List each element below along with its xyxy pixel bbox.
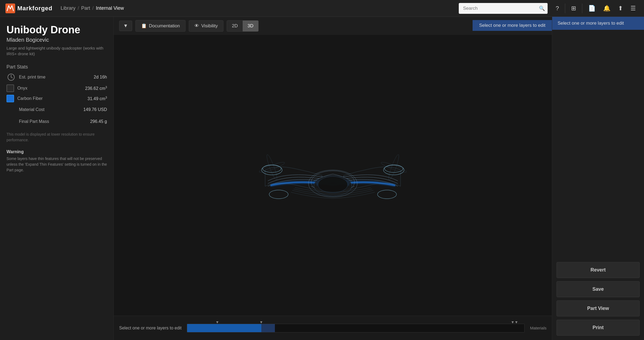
menu-button[interactable]: ☰ (628, 3, 639, 14)
part-description: Large and lightweight unibody quadcopter… (6, 45, 107, 57)
nav-icons: ? ⊞ 📄 🔔 ⬆ ☰ (553, 3, 639, 14)
stat-row-final-mass: Final Part Mass 296.45 g (6, 117, 107, 126)
visibility-label: Visibility (201, 23, 218, 29)
print-time-value: 2d 16h (94, 75, 107, 80)
svg-point-9 (378, 190, 396, 199)
final-mass-spacer (6, 117, 16, 126)
onyx-value: 236.62 cm3 (85, 86, 107, 91)
eye-icon: 👁 (194, 23, 199, 29)
bottom-layer-bar: Select one or more layers to edit ▼ ▼ ▼▼… (114, 316, 552, 340)
breadcrumb-internal-view: Internal View (96, 5, 124, 11)
timeline-fill-blue (187, 324, 261, 332)
right-panel: Select one or more layers to edit Revert… (552, 17, 644, 340)
timeline-track[interactable] (187, 324, 525, 332)
bell-button[interactable]: 🔔 (600, 3, 613, 14)
print-button[interactable]: Print (557, 320, 640, 336)
svg-point-13 (318, 176, 348, 193)
stat-row-onyx: Onyx 236.62 cm3 (6, 84, 107, 92)
material-cost-spacer (6, 105, 16, 114)
top-navigation: Markforged Library / Part / Internal Vie… (0, 0, 644, 17)
search-container: 🔍 (459, 3, 548, 14)
search-icon: 🔍 (539, 5, 545, 11)
onyx-label: Onyx (17, 86, 82, 91)
stat-row-print-time: Est. print time 2d 16h (6, 73, 107, 82)
materials-label: Materials (530, 326, 547, 330)
viewport-3d[interactable] (114, 35, 552, 316)
material-cost-label: Material Cost (19, 107, 80, 112)
back-arrow-icon: ▼ (123, 23, 128, 29)
svg-point-8 (269, 190, 288, 199)
carbon-label: Carbon Fiber (17, 96, 84, 101)
final-mass-value: 296.45 g (90, 119, 107, 124)
carbon-swatch (6, 95, 14, 102)
center-viewport: ▼ 📋 Documentation 👁 Visibility 2D 3D Sel… (114, 17, 552, 340)
clock-icon (6, 73, 16, 82)
visibility-button[interactable]: 👁 Visibility (189, 20, 223, 32)
view-3d-button[interactable]: 3D (243, 21, 258, 31)
docs-button[interactable]: 📄 (586, 3, 598, 14)
help-icon: ? (556, 5, 559, 12)
view-toggle: 2D 3D (227, 20, 258, 32)
part-view-button[interactable]: Part View (557, 300, 640, 316)
stats-section-title: Part Stats (6, 64, 107, 70)
breadcrumb-sep1: / (78, 5, 79, 11)
nav-divider-2 (582, 4, 582, 13)
carbon-value: 31.49 cm3 (87, 96, 107, 101)
right-spacer (552, 30, 644, 260)
dashboard-icon: ⊞ (571, 5, 576, 12)
layer-timeline[interactable]: ▼ ▼ ▼▼ (187, 322, 525, 335)
revert-button[interactable]: Revert (557, 262, 640, 278)
warning-title: Warning (6, 149, 107, 154)
documentation-label: Documentation (149, 23, 180, 29)
nav-divider-1 (565, 4, 565, 13)
search-input[interactable] (459, 3, 548, 14)
dashboard-button[interactable]: ⊞ (568, 3, 579, 14)
breadcrumb-sep2: / (92, 5, 94, 11)
docs-icon: 📄 (588, 5, 596, 12)
main-layout: Unibody Drone Mladen Bogicevic Large and… (0, 17, 644, 340)
breadcrumb-library[interactable]: Library (61, 5, 76, 11)
upload-button[interactable]: ⬆ (615, 3, 626, 14)
logo-text: Markforged (17, 5, 53, 12)
final-mass-label: Final Part Mass (19, 119, 87, 124)
breadcrumb: Library / Part / Internal View (61, 5, 124, 11)
documentation-button[interactable]: 📋 Documentation (135, 20, 186, 32)
layer-select-hint-top: Select one or more layers to edit (473, 20, 552, 31)
doc-icon: 📋 (141, 23, 147, 29)
bell-icon: 🔔 (603, 5, 610, 12)
material-cost-value: 149.76 USD (83, 107, 107, 112)
save-button[interactable]: Save (557, 281, 640, 297)
back-icon-button[interactable]: ▼ (119, 21, 132, 31)
svg-line-3 (11, 77, 12, 78)
stat-row-material-cost: Material Cost 149.76 USD (6, 105, 107, 114)
left-panel: Unibody Drone Mladen Bogicevic Large and… (0, 17, 114, 340)
logo[interactable]: Markforged (5, 4, 53, 13)
part-author: Mladen Bogicevic (6, 37, 107, 43)
onyx-swatch (6, 84, 14, 92)
warning-text: Some layers have thin features that will… (6, 156, 107, 173)
part-title: Unibody Drone (6, 24, 107, 36)
svg-point-17 (387, 154, 400, 181)
print-time-label: Est. print time (19, 75, 90, 80)
help-button[interactable]: ? (553, 3, 562, 14)
stat-row-carbon: Carbon Fiber 31.49 cm3 (6, 95, 107, 102)
breadcrumb-part[interactable]: Part (81, 5, 90, 11)
layer-instruction: Select one or more layers to edit (119, 326, 181, 331)
svg-point-7 (385, 165, 403, 172)
svg-point-15 (265, 154, 278, 181)
timeline-fill-mid (261, 324, 275, 332)
upload-icon: ⬆ (618, 5, 623, 12)
drone-visualization (241, 119, 425, 232)
view-2d-button[interactable]: 2D (227, 21, 243, 31)
resolution-note: This model is displayed at lower resolut… (6, 132, 107, 143)
svg-point-5 (263, 165, 281, 172)
menu-icon: ☰ (630, 5, 636, 12)
logo-icon (5, 4, 15, 13)
right-select-info: Select one or more layers to edit (552, 17, 644, 30)
viewport-toolbar: ▼ 📋 Documentation 👁 Visibility 2D 3D Sel… (114, 17, 552, 35)
